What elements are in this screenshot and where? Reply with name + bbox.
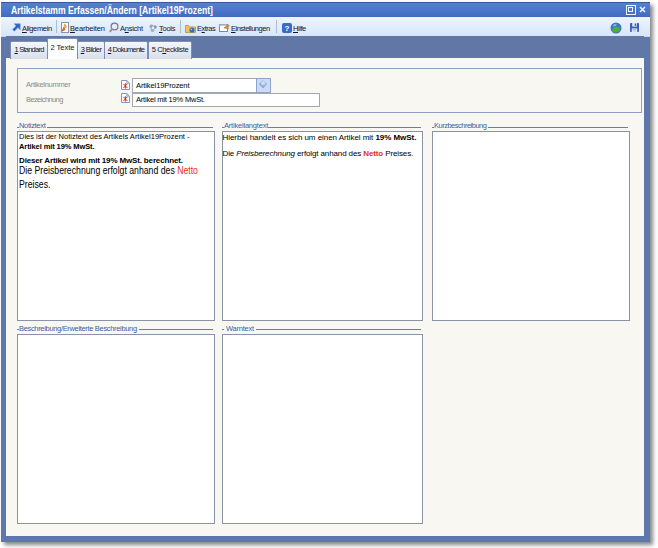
svg-text:?: ? <box>285 24 290 33</box>
